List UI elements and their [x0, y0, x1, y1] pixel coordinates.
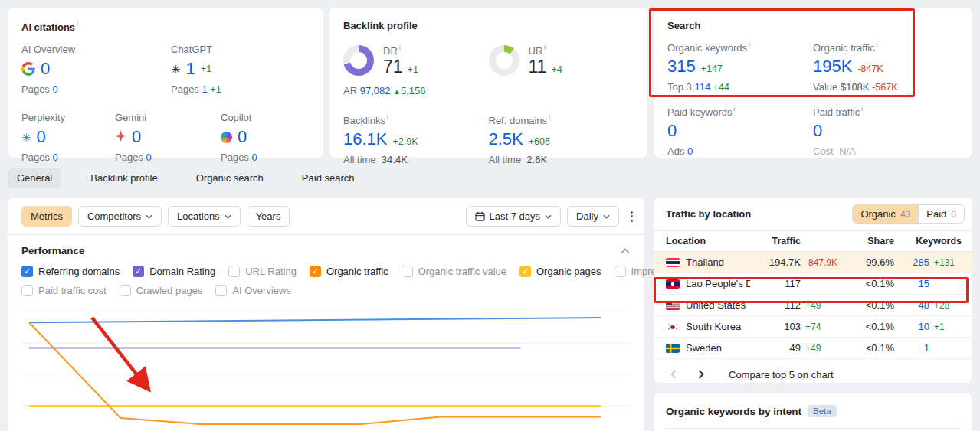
keywords-value[interactable]: 10	[899, 321, 929, 332]
table-row-thailand[interactable]: Thailand 194.7K -847.9K 99.6% 285 +131	[654, 252, 972, 273]
checkbox-box[interactable]	[402, 266, 413, 277]
tab-general[interactable]: General	[8, 168, 61, 188]
checkbox-box[interactable]	[133, 266, 144, 277]
header-share: Share	[854, 236, 894, 247]
checkbox-box[interactable]	[21, 285, 33, 296]
previous-page-icon[interactable]	[666, 367, 681, 382]
info-icon[interactable]	[399, 44, 401, 51]
collapse-chevron-up-icon[interactable]	[621, 248, 630, 254]
pages-value[interactable]: 0	[146, 152, 152, 163]
traffic-value: 117	[755, 278, 801, 289]
paid-traffic-value[interactable]: 0	[813, 121, 822, 141]
tab-backlink-profile[interactable]: Backlink profile	[81, 168, 166, 188]
pages-value[interactable]: 0	[53, 152, 58, 163]
pages-value[interactable]: 0	[252, 152, 257, 163]
metric-value[interactable]: 0	[41, 59, 50, 79]
performance-line-chart[interactable]	[8, 297, 644, 431]
checkbox-ai-overviews[interactable]: AI Overviews	[215, 285, 291, 296]
tab-organic-search[interactable]: Organic search	[187, 168, 273, 188]
metric-delta: +1	[201, 64, 211, 74]
granularity-label: Daily	[576, 211, 598, 222]
years-button[interactable]: Years	[247, 206, 290, 227]
metric-value[interactable]: 0	[37, 127, 46, 147]
compare-top5-link[interactable]: Compare top 5 on chart	[729, 369, 834, 380]
paid-keywords-value[interactable]: 0	[667, 121, 677, 141]
pages-value[interactable]: 1	[202, 83, 208, 95]
checkbox-organic-pages[interactable]: Organic pages	[519, 266, 601, 277]
card-title: Backlink profile	[343, 20, 634, 31]
chart-line-organic-traffic[interactable]	[29, 322, 601, 424]
organic-traffic-value[interactable]: 195K	[813, 57, 852, 77]
traffic-by-location-panel: Traffic by location Organic43 Paid0 Loca…	[654, 198, 972, 383]
card-title: AI citations	[21, 21, 75, 33]
locations-dropdown[interactable]: Locations	[168, 206, 241, 227]
checkbox-box[interactable]	[21, 266, 33, 277]
checkbox-box[interactable]	[310, 266, 321, 277]
info-icon[interactable]	[77, 20, 78, 28]
more-options-kebab-icon[interactable]	[630, 211, 633, 222]
checkbox-organic-traffic[interactable]: Organic traffic	[310, 266, 388, 277]
checkbox-organic-traffic-value[interactable]: Organic traffic value	[402, 266, 506, 277]
checkbox-crawled-pages[interactable]: Crawled pages	[120, 285, 203, 296]
keywords-delta: +28	[934, 300, 962, 311]
metric-paid-keywords: Paid keywords 0 Ads 0	[667, 105, 813, 157]
checkbox-paid-traffic-cost[interactable]: Paid traffic cost	[21, 285, 107, 296]
keywords-value[interactable]: 48	[899, 299, 929, 311]
alltime-label: All time	[489, 154, 522, 165]
organic-keywords-label: Organic keywords	[667, 42, 747, 54]
metric-value[interactable]: 0	[238, 127, 247, 147]
value-label: Value	[813, 81, 837, 93]
toggle-paid[interactable]: Paid0	[918, 205, 964, 223]
checkbox-box[interactable]	[228, 266, 240, 277]
info-icon[interactable]	[544, 44, 546, 51]
pages-value[interactable]: 0	[53, 83, 58, 95]
table-row-laos[interactable]: Lao People's Democratic Rep 117 <0.1% 15	[654, 273, 972, 295]
ar-value[interactable]: 97,082	[360, 85, 391, 96]
traffic-value: 112	[755, 299, 801, 311]
ref-domains-value[interactable]: 2.5K	[489, 129, 523, 149]
checkbox-label: Organic pages	[536, 266, 601, 277]
keywords-value[interactable]: 1	[899, 342, 929, 354]
date-range-dropdown[interactable]: Last 7 days	[466, 206, 562, 227]
granularity-dropdown[interactable]: Daily	[567, 206, 619, 227]
checkbox-box[interactable]	[615, 266, 626, 277]
info-icon[interactable]	[861, 105, 863, 113]
table-row-sweden[interactable]: Sweden 49 +49 <0.1% 1	[654, 338, 972, 359]
backlinks-delta: +2.9K	[393, 136, 418, 147]
keywords-delta: +131	[934, 257, 962, 268]
info-icon[interactable]	[734, 105, 736, 113]
checkbox-domain-rating[interactable]: Domain Rating	[133, 266, 215, 277]
info-icon[interactable]	[749, 41, 750, 48]
tab-paid-search[interactable]: Paid search	[293, 168, 364, 188]
toggle-organic[interactable]: Organic43	[853, 205, 918, 223]
checkbox-box[interactable]	[120, 285, 131, 296]
metrics-button[interactable]: Metrics	[21, 206, 72, 227]
table-row-south-korea[interactable]: South Korea 103 +74 <0.1% 10 +1	[654, 316, 972, 338]
pages-label: Pages	[115, 152, 143, 163]
traffic-delta: -847.9K	[805, 257, 850, 268]
checkbox-box[interactable]	[519, 266, 531, 277]
backlinks-value[interactable]: 16.1K	[343, 129, 388, 149]
keywords-value[interactable]: 15	[899, 278, 929, 289]
info-icon[interactable]	[877, 41, 878, 48]
checkbox-url-rating[interactable]: URL Rating	[228, 266, 297, 277]
organic-keywords-value[interactable]: 315	[667, 57, 696, 77]
next-page-icon[interactable]	[693, 367, 709, 382]
metric-paid-traffic: Paid traffic 0 Cost N/A	[813, 105, 959, 157]
header-location: Location	[666, 236, 750, 247]
metric-value[interactable]: 1	[186, 59, 195, 79]
metric-value[interactable]: 0	[132, 127, 141, 147]
table-row-united-states[interactable]: United States 112 +49 <0.1% 48 +28	[654, 295, 972, 316]
ads-value[interactable]: 0	[687, 145, 693, 157]
location-table: Location Traffic Share Keywords Thailand…	[654, 231, 972, 359]
checkbox-box[interactable]	[215, 285, 227, 296]
checkbox-referring-domains[interactable]: Referring domains	[21, 266, 120, 277]
checkbox-label: Crawled pages	[136, 285, 203, 296]
checkbox-label: AI Overviews	[232, 285, 291, 296]
keywords-value[interactable]: 285	[899, 256, 929, 268]
info-icon[interactable]	[549, 113, 550, 121]
competitors-dropdown[interactable]: Competitors	[78, 206, 162, 227]
top3-value[interactable]: 114	[694, 81, 710, 93]
chart-line-referring-domains[interactable]	[29, 318, 601, 322]
info-icon[interactable]	[387, 113, 388, 121]
